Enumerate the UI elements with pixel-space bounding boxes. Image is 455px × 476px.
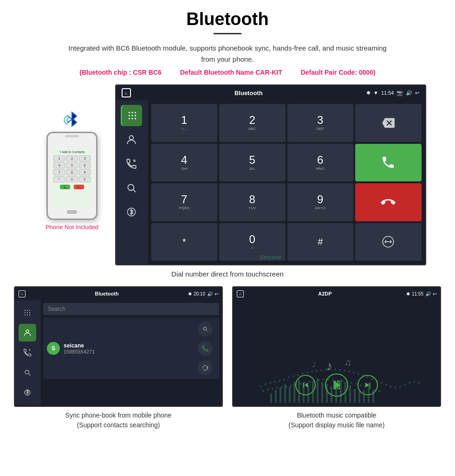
dial-key-6[interactable]: 6MNO [287, 144, 354, 182]
phone-not-included-label: Phone Not Included [46, 224, 98, 231]
music-home-icon: ⌂ [237, 290, 244, 297]
camera-icon: 📷 [396, 90, 403, 96]
pb-contacts-icon[interactable] [19, 324, 36, 341]
contact-name: seicane [64, 342, 95, 349]
svg-point-61 [404, 384, 406, 386]
svg-rect-95 [289, 386, 291, 403]
svg-point-90 [378, 390, 380, 392]
svg-point-36 [288, 376, 290, 378]
pb-call-icon[interactable] [19, 344, 36, 361]
sidebar-call-icon[interactable] [121, 153, 142, 174]
sidebar-dialpad-icon[interactable] [121, 105, 142, 126]
caption-phonebook: Sync phone-book from mobile phone (Suppo… [65, 411, 172, 430]
bt-pair: Default Pair Code: 0000) [301, 69, 376, 76]
contact-number: 15885554271 [64, 349, 95, 354]
svg-point-35 [283, 379, 285, 380]
svg-point-29 [203, 327, 207, 330]
music-status-bar: ⌂ A2DP ✱ 11:55 🔊 ↩ [233, 287, 440, 300]
svg-point-20 [25, 312, 26, 313]
svg-point-67 [272, 388, 273, 390]
svg-point-27 [25, 370, 29, 374]
contact-info: seicane 15885554271 [64, 342, 95, 354]
contact-row: S seicane 15885554271 [43, 318, 219, 379]
svg-point-7 [131, 115, 133, 116]
pb-search-icon[interactable] [19, 364, 36, 381]
phonebook-screen-wrap: ⌂ Bluetooth ✱ 20:10 🔊 ↩ [14, 286, 223, 430]
sidebar-contacts-icon[interactable] [121, 129, 142, 150]
subtitle: Integrated with BC6 Bluetooth module, su… [65, 43, 390, 65]
svg-point-56 [381, 382, 383, 384]
bottom-screens: ⌂ Bluetooth ✱ 20:10 🔊 ↩ [0, 286, 455, 430]
svg-point-13 [128, 184, 134, 190]
dial-key-call[interactable] [355, 144, 422, 182]
pb-refresh-action[interactable] [198, 360, 213, 375]
status-bar-title: Bluetooth [234, 90, 263, 96]
sidebar-bluetooth-icon[interactable] [121, 201, 142, 223]
svg-point-68 [276, 387, 278, 389]
screen-body: 1○… 2ABC 3DEF 4GHI [116, 100, 425, 264]
phonebook-screen: ⌂ Bluetooth ✱ 20:10 🔊 ↩ [14, 286, 223, 407]
dial-key-2[interactable]: 2ABC [219, 104, 286, 142]
svg-point-66 [267, 389, 269, 391]
dial-key-8[interactable]: 8TUV [219, 183, 286, 221]
svg-point-23 [25, 315, 26, 315]
pb-content: Search S seicane 15885554271 [40, 300, 222, 405]
svg-point-62 [409, 382, 410, 384]
back-icon: ↩ [415, 90, 419, 96]
dial-key-hash[interactable]: # [287, 223, 354, 261]
dial-key-5[interactable]: 5JKL [219, 144, 286, 182]
dial-key-1[interactable]: 1○… [151, 104, 218, 142]
svg-point-34 [279, 380, 280, 382]
svg-point-42 [316, 370, 318, 372]
pb-search-placeholder: Search [48, 306, 65, 312]
pb-call-action[interactable] [198, 341, 213, 356]
pb-search-action[interactable] [198, 322, 213, 336]
music-prev-button[interactable] [295, 375, 316, 395]
phonebook-status-bar: ⌂ Bluetooth ✱ 20:10 🔊 ↩ [15, 287, 222, 300]
svg-point-19 [29, 310, 30, 311]
dial-key-backspace[interactable] [355, 104, 422, 142]
bt-info-line: (Bluetooth chip : CSR BC6 Default Blueto… [0, 69, 455, 76]
status-bar-large: ⌂ Bluetooth ✱ ▼ 11:54 📷 🔊 ↩ [116, 85, 425, 100]
pb-title: Bluetooth [95, 291, 118, 296]
svg-point-41 [311, 371, 313, 373]
pb-dialpad-icon[interactable] [19, 304, 36, 322]
pb-bt-settings-icon[interactable] [19, 384, 36, 401]
signal-icon: ▼ [373, 90, 378, 96]
contact-avatar: S [47, 342, 60, 355]
svg-point-65 [262, 390, 264, 392]
svg-point-4 [131, 112, 133, 113]
svg-rect-91 [270, 393, 272, 403]
dial-key-3[interactable]: 3DEF [287, 104, 354, 142]
svg-point-48 [344, 370, 345, 372]
music-time: 11:55 [412, 291, 423, 296]
bt-icon-status: ✱ [366, 90, 370, 96]
music-next-button[interactable] [358, 375, 378, 395]
svg-point-24 [27, 315, 28, 315]
svg-point-17 [25, 310, 26, 311]
dial-key-swap[interactable] [355, 223, 422, 261]
dial-key-star[interactable]: * [151, 223, 218, 261]
dial-key-7[interactable]: 7PQRS [151, 183, 218, 221]
svg-point-57 [385, 384, 387, 386]
dial-key-4[interactable]: 4GHI [151, 144, 218, 182]
phone-mockup: + Add to Contacts 123 456 789 *0# 📞 📞 [46, 132, 98, 220]
sidebar-search-icon[interactable] [121, 177, 142, 199]
svg-point-60 [399, 386, 401, 387]
svg-marker-0 [72, 112, 77, 126]
pb-home-icon: ⌂ [19, 290, 26, 297]
bt-name: Default Bluetooth Name CAR-KIT [180, 69, 282, 76]
phonebook-body: Search S seicane 15885554271 [15, 300, 222, 405]
phone-container: + Add to Contacts 123 456 789 *0# 📞 📞 Ph… [29, 84, 115, 231]
svg-point-30 [260, 386, 262, 387]
pb-search-bar[interactable]: Search [43, 303, 219, 315]
dial-key-0[interactable]: 0+ [219, 223, 286, 261]
svg-text:♩: ♩ [312, 360, 316, 368]
svg-text:♫: ♫ [344, 357, 351, 367]
pb-sidebar [15, 300, 40, 405]
dial-key-hangup[interactable] [355, 183, 422, 221]
svg-point-25 [29, 315, 30, 315]
music-play-button[interactable] [325, 373, 348, 397]
svg-point-33 [274, 381, 276, 383]
dial-key-9[interactable]: 9WXYZ [287, 183, 354, 221]
